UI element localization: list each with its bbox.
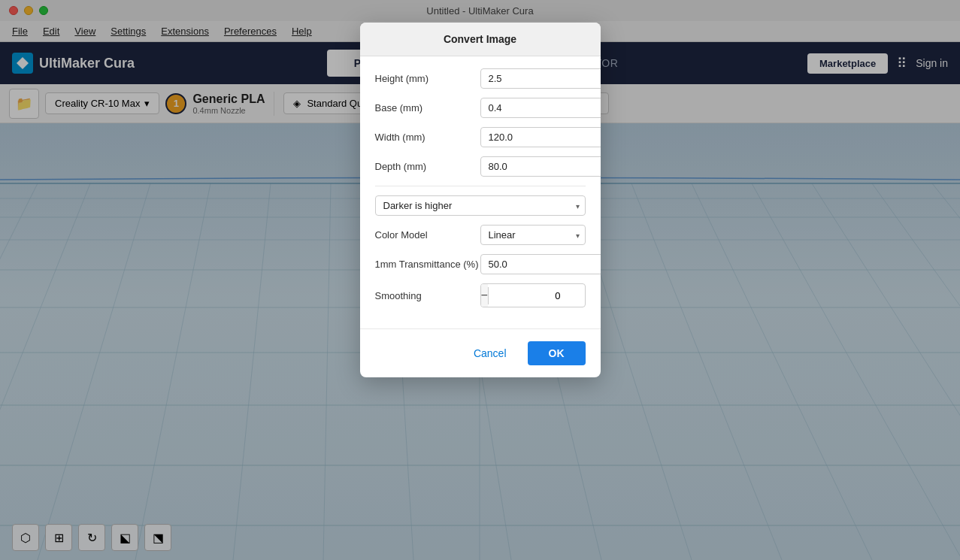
smoothing-decrement[interactable]: − xyxy=(481,284,488,307)
divider-1 xyxy=(375,186,586,186)
transmittance-label: 1mm Transmittance (%) xyxy=(375,259,480,270)
color-model-select[interactable]: Linear sRGB xyxy=(480,225,586,245)
width-input[interactable] xyxy=(480,127,601,147)
color-model-row: Color Model Linear sRGB ▾ xyxy=(375,225,586,245)
darker-select-wrapper[interactable]: Darker is higher Lighter is higher ▾ xyxy=(375,195,586,216)
transmittance-row: 1mm Transmittance (%) xyxy=(375,254,586,274)
smoothing-input[interactable] xyxy=(488,287,586,304)
modal-overlay: Convert Image Height (mm) Base (mm) Widt… xyxy=(0,0,960,560)
depth-row: Depth (mm) xyxy=(375,156,586,177)
base-row: Base (mm) xyxy=(375,98,586,118)
height-row: Height (mm) xyxy=(375,68,586,89)
depth-input[interactable] xyxy=(480,156,601,177)
dialog-title: Convert Image xyxy=(360,23,601,56)
darker-select[interactable]: Darker is higher Lighter is higher xyxy=(375,195,586,216)
ok-button[interactable]: OK xyxy=(528,341,586,365)
smoothing-label: Smoothing xyxy=(375,290,480,301)
base-label: Base (mm) xyxy=(375,102,480,114)
color-model-select-wrapper[interactable]: Linear sRGB ▾ xyxy=(480,225,586,245)
width-label: Width (mm) xyxy=(375,132,480,143)
depth-label: Depth (mm) xyxy=(375,161,480,172)
smoothing-row: Smoothing − + xyxy=(375,283,586,307)
base-input[interactable] xyxy=(480,98,601,118)
smoothing-stepper: − + xyxy=(480,283,586,307)
height-input[interactable] xyxy=(480,68,601,89)
transmittance-input[interactable] xyxy=(480,254,601,274)
width-row: Width (mm) xyxy=(375,127,586,147)
height-label: Height (mm) xyxy=(375,73,480,84)
dialog-body: Height (mm) Base (mm) Width (mm) Depth (… xyxy=(360,56,601,328)
color-model-label: Color Model xyxy=(375,229,480,241)
dialog-footer: Cancel OK xyxy=(360,328,601,377)
cancel-button[interactable]: Cancel xyxy=(462,341,519,365)
convert-image-dialog: Convert Image Height (mm) Base (mm) Widt… xyxy=(360,23,601,377)
darker-row: Darker is higher Lighter is higher ▾ xyxy=(375,195,586,216)
